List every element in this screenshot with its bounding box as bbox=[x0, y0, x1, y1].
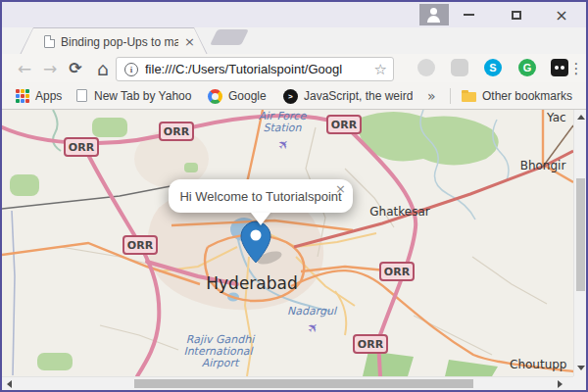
scroll-up-arrow[interactable] bbox=[577, 115, 585, 120]
map-marker[interactable] bbox=[240, 221, 287, 267]
town-label-ghatkesar: Ghatkesar bbox=[351, 205, 449, 219]
profile-button[interactable] bbox=[419, 4, 449, 25]
person-icon bbox=[430, 8, 437, 15]
browser-window: Binding pop-Ups to mark × × ← → ⟳ ⌂ i fi… bbox=[0, 0, 588, 392]
airplane-icon: ✈ bbox=[273, 134, 293, 153]
vertical-scroll-thumb[interactable] bbox=[576, 178, 585, 291]
minimize-icon bbox=[464, 14, 474, 16]
other-bookmarks-folder-icon bbox=[462, 92, 476, 102]
scrollbar-corner bbox=[573, 376, 586, 389]
aero-label-station: Station bbox=[243, 122, 321, 134]
airplane-icon: ✈ bbox=[303, 318, 322, 336]
map-viewport[interactable]: ORR ORR ORR ORR ORR ORR Hyderabad Ghatke… bbox=[2, 110, 573, 376]
extension-icon-2[interactable] bbox=[451, 59, 468, 76]
aero-label-nadargul: Nadargul bbox=[272, 305, 351, 318]
address-bar[interactable]: i file:///C:/Users/Tutorialspoint/Googl … bbox=[116, 57, 394, 81]
bookmark-star-icon[interactable]: ☆ bbox=[374, 61, 387, 78]
google-g-icon bbox=[208, 89, 222, 104]
town-label-choutupp: Choutupp bbox=[510, 358, 573, 371]
orr-road-badge: ORR bbox=[122, 235, 158, 255]
bookmark-yahoo[interactable]: New Tab by Yahoo bbox=[94, 82, 191, 109]
horizontal-scroll-thumb[interactable] bbox=[134, 379, 473, 388]
orr-road-badge: ORR bbox=[379, 262, 415, 281]
forward-button[interactable]: → bbox=[37, 54, 63, 82]
orr-road-badge: ORR bbox=[326, 115, 362, 134]
orr-road-badge: ORR bbox=[353, 334, 388, 354]
bookmarks-divider bbox=[450, 88, 451, 104]
orr-road-badge: ORR bbox=[159, 122, 194, 141]
browser-tab[interactable]: Binding pop-Ups to mark × bbox=[20, 27, 208, 55]
extension-icon-1[interactable] bbox=[417, 59, 435, 76]
url-text[interactable]: file:///C:/Users/Tutorialspoint/Googl bbox=[145, 62, 368, 76]
popup-tail bbox=[251, 213, 270, 225]
refresh-button[interactable]: ⟳ bbox=[63, 54, 88, 82]
bookmark-javascript[interactable]: JavaScript, the weird bbox=[304, 82, 413, 109]
other-bookmarks[interactable]: Other bookmarks bbox=[482, 82, 572, 109]
back-button[interactable]: ← bbox=[12, 54, 37, 82]
home-button[interactable]: ⌂ bbox=[90, 54, 116, 82]
new-tab-button[interactable] bbox=[210, 29, 249, 45]
javascript-bookmark-icon: > bbox=[283, 89, 298, 104]
page-favicon-icon bbox=[44, 35, 55, 48]
window-maximize-button[interactable] bbox=[502, 2, 531, 27]
grammarly-extension-icon[interactable]: G bbox=[518, 59, 536, 76]
aero-label-airport-line3: Airport bbox=[178, 357, 262, 369]
title-bar bbox=[2, 2, 586, 27]
apps-grid-icon[interactable] bbox=[16, 89, 29, 103]
town-label-yac: Yac bbox=[547, 111, 573, 124]
tab-title: Binding pop-Ups to mark bbox=[61, 35, 178, 49]
bookmark-page-icon bbox=[76, 89, 87, 102]
info-icon[interactable]: i bbox=[124, 63, 138, 76]
scroll-right-arrow[interactable] bbox=[558, 380, 563, 388]
tab-close-icon[interactable]: × bbox=[184, 35, 195, 48]
skype-extension-icon[interactable]: S bbox=[484, 59, 502, 76]
maximize-icon bbox=[512, 11, 521, 20]
dark-extension-icon[interactable] bbox=[551, 59, 568, 76]
bookmark-apps[interactable]: Apps bbox=[35, 82, 62, 109]
bookmark-google[interactable]: Google bbox=[228, 82, 267, 109]
chrome-menu-icon[interactable]: ⋮ bbox=[567, 54, 585, 82]
window-close-button[interactable]: × bbox=[547, 2, 576, 27]
scroll-down-arrow[interactable] bbox=[577, 366, 585, 370]
vertical-scrollbar[interactable] bbox=[573, 110, 586, 376]
popup-message: Hi Welcome to Tutorialspoint bbox=[169, 179, 353, 213]
scroll-left-arrow[interactable] bbox=[7, 380, 12, 388]
window-minimize-button[interactable] bbox=[454, 2, 483, 27]
horizontal-scrollbar[interactable] bbox=[2, 376, 573, 389]
popup-close-icon[interactable]: × bbox=[335, 181, 346, 196]
city-label-hyderabad: Hyderabad bbox=[178, 273, 325, 293]
map-popup: Hi Welcome to Tutorialspoint × bbox=[169, 179, 353, 213]
town-label-bhongir: Bhongir bbox=[504, 159, 573, 172]
orr-road-badge: ORR bbox=[64, 137, 99, 157]
bookmarks-overflow-icon[interactable]: » bbox=[427, 82, 436, 109]
